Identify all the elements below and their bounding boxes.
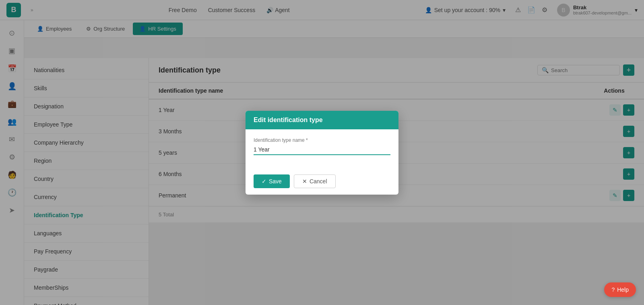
modal-body: Identification type name * [246,129,398,170]
modal-footer: ✓ Save ✕ Cancel [246,170,398,195]
form-group-name: Identification type name * [254,137,390,155]
cancel-button[interactable]: ✕ Cancel [294,174,336,188]
x-icon: ✕ [302,178,307,185]
edit-modal: Edit identification type Identification … [246,111,398,195]
save-button[interactable]: ✓ Save [254,174,290,188]
help-icon: ? [611,286,615,293]
modal-title: Edit identification type [254,116,323,123]
modal-overlay: Edit identification type Identification … [0,0,644,305]
modal-header: Edit identification type [246,111,398,129]
help-button[interactable]: ? Help [604,282,636,297]
checkmark-icon: ✓ [262,178,266,185]
field-label: Identification type name * [254,137,390,143]
identification-type-name-field[interactable] [254,145,390,155]
